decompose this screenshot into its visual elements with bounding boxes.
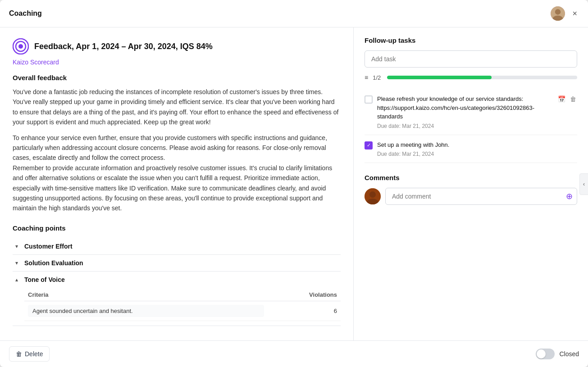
- table-row: Agent sounded uncertain and hesitant. 6: [24, 301, 341, 321]
- task-item-2: Set up a meeting with John. Due date: Ma…: [365, 135, 577, 163]
- task-text-1: Please refresh your knowledge of our ser…: [377, 95, 552, 121]
- comments-section: Comments ⊕: [365, 174, 577, 205]
- commenter-avatar: [365, 188, 381, 204]
- toggle-knob: [537, 349, 546, 358]
- task-calendar-btn-1[interactable]: 📅: [557, 95, 566, 104]
- comment-input[interactable]: [385, 188, 577, 205]
- task-delete-btn-1[interactable]: 🗑: [569, 95, 577, 104]
- add-task-input[interactable]: [365, 50, 577, 68]
- task-due-1: Due date: Mar 21, 2024: [377, 123, 552, 129]
- comments-label: Comments: [365, 174, 577, 181]
- modal-body: Feedback, Apr 1, 2024 – Apr 30, 2024, IQ…: [0, 27, 588, 340]
- svg-point-7: [369, 191, 376, 198]
- col-criteria: Criteria: [24, 289, 268, 301]
- target-icon: [13, 38, 29, 54]
- header-right: ×: [551, 6, 579, 21]
- criteria-table: Criteria Violations Agent sounded uncert…: [24, 289, 341, 321]
- delete-button[interactable]: 🗑 Delete: [9, 346, 50, 362]
- feedback-header: Feedback, Apr 1, 2024 – Apr 30, 2024, IQ…: [13, 38, 341, 54]
- progress-label: 1/2: [373, 74, 381, 81]
- comment-send-button[interactable]: ⊕: [566, 191, 573, 201]
- delete-label: Delete: [25, 350, 43, 358]
- col-violations: Violations: [268, 289, 341, 301]
- modal-header: Coaching ×: [0, 0, 588, 27]
- task-actions-1: 📅 🗑: [557, 95, 577, 104]
- trash-icon: 🗑: [16, 350, 22, 358]
- accordion-label-solution-evaluation: Solution Evaluation: [24, 259, 83, 267]
- task-item-1: Please refresh your knowledge of our ser…: [365, 89, 577, 135]
- right-panel: Follow-up tasks ≡ 1/2 Please refresh you…: [354, 27, 588, 340]
- progress-bar: [387, 76, 577, 79]
- collapse-panel-button[interactable]: ‹: [579, 173, 588, 195]
- comment-input-wrap: ⊕: [385, 188, 577, 205]
- chevron-down-icon-2: ▾: [13, 260, 21, 266]
- task-content-1: Please refresh your knowledge of our ser…: [377, 95, 552, 129]
- accordion-content-tone-of-voice: Criteria Violations Agent sounded uncert…: [13, 289, 341, 321]
- comment-row: ⊕: [365, 188, 577, 205]
- accordion-label-tone-of-voice: Tone of Voice: [24, 276, 65, 283]
- task-due-2: Due date: Mar 21, 2024: [377, 151, 577, 157]
- task-text-2: Set up a meeting with John.: [377, 140, 577, 150]
- follow-up-tasks-label: Follow-up tasks: [365, 36, 577, 44]
- toggle-label: Closed: [559, 350, 579, 358]
- feedback-paragraph1: You've done a fantastic job reducing the…: [13, 87, 341, 127]
- accordion-header-solution-evaluation[interactable]: ▾ Solution Evaluation: [13, 259, 341, 267]
- progress-bar-fill: [387, 76, 492, 79]
- task-checkbox-2[interactable]: [365, 141, 373, 150]
- modal-footer: 🗑 Delete Closed: [0, 340, 588, 367]
- feedback-title: Feedback, Apr 1, 2024 – Apr 30, 2024, IQ…: [34, 42, 213, 51]
- scorecard-link[interactable]: Kaizo Scorecard: [13, 59, 59, 66]
- chevron-down-icon: ▾: [13, 243, 21, 249]
- progress-row: ≡ 1/2: [365, 74, 577, 81]
- accordion-item-customer-effort: ▾ Customer Effort: [13, 238, 341, 255]
- left-panel: Feedback, Apr 1, 2024 – Apr 30, 2024, IQ…: [0, 27, 354, 340]
- accordion-header-tone-of-voice[interactable]: ▴ Tone of Voice: [13, 276, 341, 283]
- toggle-row: Closed: [536, 349, 579, 359]
- svg-point-5: [18, 44, 23, 49]
- overall-feedback-label: Overall feedback: [13, 74, 341, 82]
- accordion-item-tone-of-voice: ▴ Tone of Voice Criteria Violations: [13, 272, 341, 326]
- modal-title: Coaching: [9, 9, 42, 18]
- chevron-up-icon: ▴: [13, 276, 21, 283]
- accordion-item-solution-evaluation: ▾ Solution Evaluation: [13, 255, 341, 272]
- task-content-2: Set up a meeting with John. Due date: Ma…: [377, 140, 577, 158]
- coaching-modal: Coaching × Feedback, Apr: [0, 0, 588, 367]
- task-checkbox-1[interactable]: [365, 95, 373, 104]
- coaching-points-label: Coaching points: [13, 224, 341, 232]
- feedback-paragraph2: To enhance your service even further, en…: [13, 133, 341, 213]
- tasks-list-icon: ≡: [365, 74, 368, 81]
- user-avatar: [551, 6, 565, 21]
- close-button[interactable]: ×: [570, 9, 579, 18]
- accordion-label-customer-effort: Customer Effort: [24, 243, 73, 250]
- violations-cell: 6: [268, 301, 341, 321]
- criteria-cell: Agent sounded uncertain and hesitant.: [28, 305, 264, 317]
- closed-toggle[interactable]: [536, 349, 555, 359]
- accordion-header-customer-effort[interactable]: ▾ Customer Effort: [13, 243, 341, 250]
- svg-point-1: [555, 9, 561, 14]
